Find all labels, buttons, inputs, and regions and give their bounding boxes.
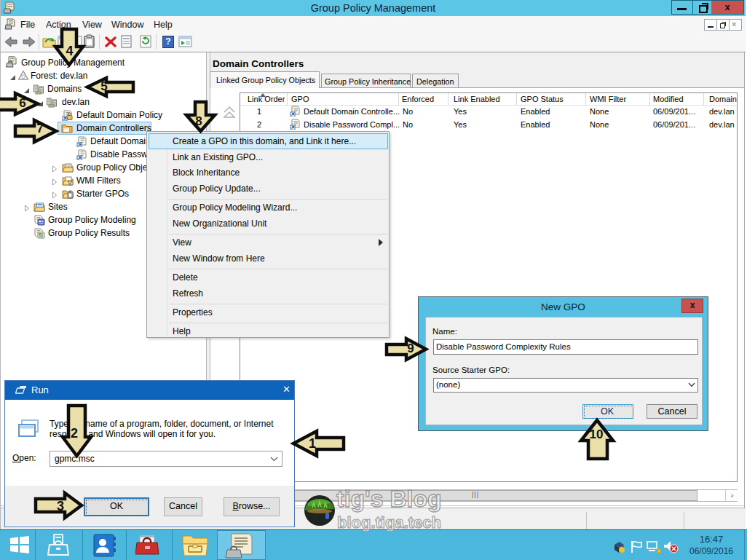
svg-text:9: 9 (407, 342, 414, 355)
svg-text:5: 5 (100, 79, 107, 93)
svg-text:1: 1 (309, 436, 316, 451)
svg-text:4: 4 (66, 44, 73, 58)
svg-text:6: 6 (19, 96, 25, 110)
svg-text:8: 8 (195, 114, 202, 128)
svg-text:3: 3 (57, 499, 64, 513)
svg-text:7: 7 (36, 122, 43, 135)
svg-text:10: 10 (590, 427, 604, 441)
svg-text:2: 2 (71, 426, 78, 441)
